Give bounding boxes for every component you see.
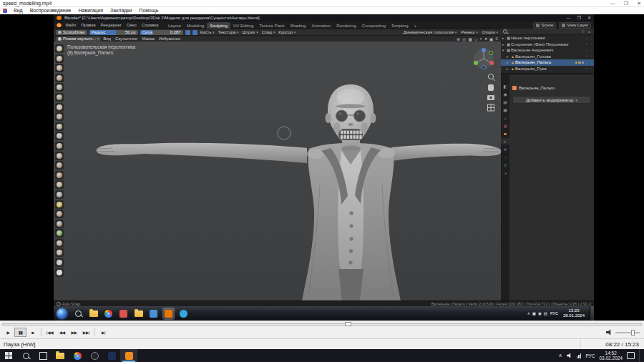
menu-Вид[interactable]: Вид — [10, 8, 26, 13]
workspace-tab-Texture Paint[interactable]: Texture Paint — [256, 22, 287, 29]
taskbar-icon-media-player[interactable] — [120, 349, 137, 362]
taskbar-icon-chrome[interactable] — [103, 308, 114, 319]
visibility-toggles[interactable]: ○ ◌ — [585, 36, 592, 40]
workspace-tab-Compositing[interactable]: Compositing — [359, 22, 389, 29]
fast-forward-button[interactable]: ▶▶ — [68, 328, 80, 337]
brush-mask[interactable] — [55, 268, 64, 277]
header-icon-4[interactable]: ◐ — [480, 36, 483, 41]
brush-crease[interactable] — [55, 122, 64, 131]
tray-icon-1[interactable]: ▣ — [532, 311, 536, 315]
taskbar-icon-search[interactable] — [73, 308, 84, 319]
properties-tab-output[interactable]: ▤ — [501, 99, 509, 105]
workspace-tab-Animation[interactable]: Animation — [308, 22, 333, 29]
radius-slider[interactable]: Радиус50 px — [89, 30, 138, 35]
play-button[interactable]: ▶ — [2, 328, 14, 337]
brush-smooth[interactable] — [55, 132, 64, 140]
brush-layer[interactable] — [55, 93, 64, 102]
brush-selector[interactable]: SculptDraw — [56, 30, 87, 35]
blender-menu-Справка[interactable]: Справка — [139, 23, 161, 27]
brush-draw[interactable] — [55, 44, 64, 53]
visibility-toggles[interactable]: ○ ◌ — [585, 54, 592, 58]
mode-selector[interactable]: Режим скульпт... ▾ — [56, 36, 101, 41]
brush-grab[interactable] — [55, 190, 64, 199]
brush-inflate[interactable] — [55, 103, 64, 112]
stop-button[interactable]: ■ — [26, 328, 39, 337]
taskbar-icon-app-red[interactable] — [118, 308, 129, 319]
add-modifier-button[interactable]: Добавить модификатор ▾ — [512, 96, 591, 104]
dropdown-Опции[interactable]: Опции ▾ — [482, 30, 499, 34]
menu-Закладки[interactable]: Закладки — [107, 8, 135, 13]
header-icon-5[interactable]: ● — [484, 36, 487, 41]
win7-clock[interactable]: 13:20 28.01.2024 — [561, 308, 587, 318]
properties-tab-view-layer[interactable]: ▦ — [501, 107, 509, 113]
properties-tab-object[interactable]: ■ — [501, 130, 509, 137]
workspace-add-button[interactable]: + — [411, 22, 420, 29]
workspace-tab-Scripting[interactable]: Scripting — [389, 22, 411, 29]
header-icon-2[interactable]: ▦ — [468, 36, 472, 41]
brush-snake-hook[interactable] — [55, 210, 64, 218]
workspace-tab-Sculpting[interactable]: Sculpting — [207, 22, 230, 29]
header-icon-1[interactable]: ◎ — [462, 36, 466, 41]
language-indicator[interactable]: РУС — [550, 311, 558, 315]
properties-tab-world[interactable]: ◍ — [501, 122, 509, 129]
properties-tab-modifiers[interactable]: ◐ — [501, 138, 509, 145]
header-icon-7[interactable]: ≡ — [495, 36, 498, 41]
workspace-tab-UV Editing[interactable]: UV Editing — [230, 22, 256, 29]
header-icon-6[interactable]: ▣ — [489, 36, 494, 41]
taskbar-icon-app-blue[interactable] — [103, 349, 120, 362]
taskbar-icon-chrome[interactable] — [69, 349, 86, 362]
language-indicator[interactable]: РУС — [585, 353, 595, 358]
seek-bar[interactable] — [0, 321, 644, 326]
brush-slide-relax[interactable] — [55, 258, 64, 267]
header-icon-0[interactable]: ⊕ — [457, 36, 460, 41]
visibility-toggles[interactable]: ○ ◌ — [585, 67, 592, 70]
tray-icon-2[interactable]: ◉ — [538, 311, 542, 315]
header-icon-3[interactable]: ◇ — [474, 36, 478, 41]
outliner-row[interactable]: ▸▲Валерьян_Голова○ ◌ — [501, 54, 594, 60]
menu-Навигация[interactable]: Навигация — [74, 8, 107, 13]
menu-Воспроизведение[interactable]: Воспроизведение — [26, 8, 75, 13]
show-desktop-button[interactable] — [590, 306, 594, 321]
menu-Помощь[interactable]: Помощь — [135, 8, 162, 13]
clock[interactable]: 14:52 03.02.2024 — [599, 351, 623, 361]
brush-rotate[interactable] — [55, 248, 64, 257]
taskbar-icon-app-dark-circle[interactable] — [86, 349, 103, 362]
properties-tab-physics[interactable]: ◌ — [501, 154, 509, 160]
viewport-3d[interactable]: Пользовательская перспектива (8) Валерья… — [54, 41, 501, 300]
brush-clay-strips[interactable] — [55, 74, 64, 82]
blender-menu-Правка[interactable]: Правка — [79, 23, 98, 27]
brush-elastic-deform[interactable] — [55, 200, 64, 209]
blender-menu-Файл[interactable]: Файл — [63, 23, 79, 27]
outliner-row[interactable]: ▸▲Валерьян_Рука○ ◌ — [501, 66, 594, 72]
outliner-row[interactable]: ▸▦Сторонние (Фан) Персонажи○ ◌ — [501, 41, 594, 48]
speaker-icon[interactable] — [606, 329, 613, 336]
taskbar-icon-search[interactable] — [17, 349, 34, 362]
visibility-toggles[interactable]: ○ ◌ — [585, 61, 592, 64]
outliner-row[interactable]: ▸▲Валерьян_Пальто○ ◌ — [501, 59, 594, 66]
brush-fill[interactable] — [55, 152, 64, 160]
brush-clay-thumb[interactable] — [55, 83, 64, 92]
workspace-tab-Modeling[interactable]: Modeling — [184, 22, 207, 29]
volume-tray-icon[interactable] — [567, 353, 572, 358]
dropdown-Ремеш[interactable]: Ремеш ▾ — [460, 30, 479, 34]
workspace-tab-Layout[interactable]: Layout — [165, 22, 184, 29]
taskbar-icon-blender[interactable] — [163, 308, 174, 319]
minimize-button[interactable]: — — [610, 0, 615, 7]
brush-nudge[interactable] — [55, 239, 64, 248]
workspace-tab-Rendering[interactable]: Rendering — [333, 22, 359, 29]
outliner-row[interactable]: ▸▦Наши персонажи○ ◌ — [501, 35, 594, 41]
properties-tab-object-data[interactable]: ▽ — [501, 162, 509, 168]
brush-multiplane-scrape[interactable] — [55, 171, 64, 180]
properties-tab-material[interactable]: ◑ — [501, 170, 509, 176]
dropdown-Текстура[interactable]: Текстура ▾ — [218, 30, 240, 34]
brush-thumb[interactable] — [55, 220, 64, 228]
brush-scrape[interactable] — [55, 161, 64, 170]
search-icon[interactable] — [503, 29, 507, 34]
dropdown-Динамическая топология[interactable]: Динамическая топология ▾ — [403, 30, 457, 34]
frame-step-button[interactable]: ▶| — [97, 328, 109, 337]
seek-groove[interactable] — [2, 323, 642, 326]
taskbar-icon-start[interactable] — [0, 349, 17, 362]
blender-menu-Окно[interactable]: Окно — [124, 23, 139, 27]
taskbar-icon-folder-2[interactable] — [133, 308, 144, 319]
network-tray-icon[interactable] — [577, 353, 582, 358]
